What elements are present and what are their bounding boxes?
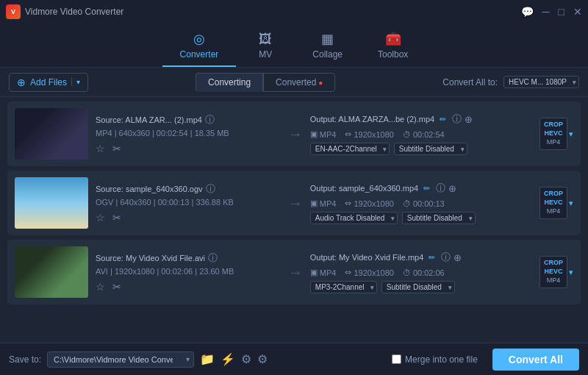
subtitle-select-wrap-3[interactable]: Subtitle Disabled ▾	[381, 281, 455, 293]
audio-track-select-wrap-1[interactable]: EN-AAC-2Channel ▾	[310, 143, 390, 155]
chat-icon[interactable]: 💬	[521, 6, 534, 18]
audio-track-select-3[interactable]: MP3-2Channel	[310, 281, 377, 293]
format-badge-wrap-3: CROP HEVC MP4 ▾	[539, 256, 573, 288]
config-icon[interactable]: ⚙	[257, 352, 268, 366]
merge-wrap: Merge into one file	[392, 354, 478, 365]
tab-toolbox-label: Toolbox	[378, 49, 408, 60]
file-info-1: Source: ALMA ZAR... (2).mp4 ⓘ MP4 | 640x…	[96, 113, 281, 154]
cut-icon-1[interactable]: ✂	[112, 143, 121, 154]
converted-tab[interactable]: Converted ●	[263, 73, 335, 92]
merge-checkbox[interactable]	[392, 354, 401, 364]
toolbar: ⊕ Add Files ▾ Converting Converted ● Con…	[0, 68, 588, 97]
tab-toolbox[interactable]: 🧰 Toolbox	[360, 25, 426, 67]
add-files-label: Add Files	[30, 77, 67, 88]
subtitle-select-1[interactable]: Subtitle Disabled	[394, 143, 467, 155]
format-badge-wrap-1: CROP HEVC MP4 ▾	[539, 118, 573, 149]
convert-all-format-wrap[interactable]: HEVC M... 1080P ▾	[503, 76, 579, 88]
star-icon-2[interactable]: ☆	[96, 212, 105, 224]
output-info-3: Output: My Video Xvid File.mp4 ✏ ⓘ ⊕ ▣ M…	[310, 251, 532, 293]
app-title: Vidmore Video Converter	[25, 7, 123, 17]
source-label-3: Source: My Video Xvid File.avi ⓘ	[96, 251, 281, 265]
converted-tab-label: Converted	[276, 77, 316, 88]
title-bar-controls: 💬 ─ □ ✕	[521, 6, 582, 18]
tab-mv-label: MV	[259, 49, 272, 60]
app-logo: V	[6, 4, 21, 19]
converted-dot: ●	[316, 79, 323, 87]
tab-nav: ◎ Converter 🖼 MV ▦ Collage 🧰 Toolbox	[0, 24, 588, 68]
tab-collage-label: Collage	[312, 49, 343, 60]
file-actions-3: ☆ ✂	[96, 281, 281, 293]
file-meta-1: MP4 | 640x360 | 00:02:54 | 18.35 MB	[96, 129, 281, 138]
bottom-icons: 📁 ⚡ ⚙ ⚙	[200, 352, 268, 366]
info-icon-2[interactable]: ⓘ	[206, 182, 215, 196]
output-meta-3: ▣ MP4 ⇔ 1920x1080 ⏱ 00:02:06	[310, 268, 532, 277]
toolbox-icon: 🧰	[385, 31, 401, 47]
converting-tab[interactable]: Converting	[196, 73, 263, 92]
arrow-icon-1: →	[288, 126, 303, 143]
file-actions-2: ☆ ✂	[96, 212, 281, 224]
close-icon[interactable]: ✕	[573, 6, 582, 18]
main-content: Source: ALMA ZAR... (2).mp4 ⓘ MP4 | 640x…	[0, 97, 588, 343]
subtitle-select-2[interactable]: Subtitle Disabled	[402, 212, 476, 224]
settings-icon[interactable]: ⚡	[220, 352, 235, 366]
converting-tabs: Converting Converted ●	[196, 73, 335, 92]
tab-collage[interactable]: ▦ Collage	[295, 25, 360, 67]
audio-track-select-2[interactable]: Audio Track Disabled	[310, 212, 398, 224]
audio-track-select-wrap-3[interactable]: MP3-2Channel ▾	[310, 281, 377, 293]
out-info-icon-2[interactable]: ⓘ	[436, 182, 445, 195]
thumbnail-1	[15, 108, 88, 160]
star-icon-1[interactable]: ☆	[96, 143, 105, 154]
edit-icon-1[interactable]: ✏	[440, 115, 446, 124]
format-dropdown-arrow-1[interactable]: ▾	[569, 129, 573, 139]
thumbnail-2	[15, 177, 88, 229]
plus-icon: ⊕	[17, 76, 26, 88]
arrow-icon-2: →	[288, 195, 303, 212]
output-selects-3: MP3-2Channel ▾ Subtitle Disabled ▾	[310, 281, 532, 293]
add-files-button[interactable]: ⊕ Add Files ▾	[9, 73, 88, 92]
info-icon-1[interactable]: ⓘ	[205, 113, 215, 126]
maximize-icon[interactable]: □	[559, 6, 564, 18]
out-add-icon-3[interactable]: ⊕	[453, 252, 462, 263]
add-files-arrow-icon[interactable]: ▾	[71, 78, 80, 86]
convert-all-format-select[interactable]: HEVC M... 1080P	[503, 76, 579, 88]
out-add-icon-2[interactable]: ⊕	[448, 183, 456, 194]
table-row: Source: sample_640x360.ogv ⓘ OGV | 640x3…	[7, 171, 581, 235]
format-dropdown-arrow-2[interactable]: ▾	[569, 199, 573, 208]
thumbnail-3	[15, 246, 88, 298]
convert-all-button[interactable]: Convert All	[492, 349, 579, 371]
out-info-icon-3[interactable]: ⓘ	[441, 251, 451, 264]
format-badge-wrap-2: CROP HEVC MP4 ▾	[539, 187, 573, 218]
audio-track-select-1[interactable]: EN-AAC-2Channel	[310, 143, 390, 155]
format-badge-3[interactable]: CROP HEVC MP4	[539, 256, 567, 288]
format-dropdown-arrow-3[interactable]: ▾	[569, 268, 573, 277]
output-selects-2: Audio Track Disabled ▾ Subtitle Disabled…	[310, 212, 532, 224]
edit-icon-2[interactable]: ✏	[423, 184, 430, 193]
subtitle-select-wrap-1[interactable]: Subtitle Disabled ▾	[394, 143, 467, 155]
save-path-wrap[interactable]: ▾	[47, 351, 194, 368]
mv-icon: 🖼	[259, 32, 272, 47]
out-add-icon-1[interactable]: ⊕	[465, 114, 473, 125]
tab-mv[interactable]: 🖼 MV	[236, 26, 295, 67]
minimize-icon[interactable]: ─	[542, 6, 550, 18]
out-info-icon-1[interactable]: ⓘ	[452, 113, 462, 126]
merge-label: Merge into one file	[405, 354, 478, 365]
format-badge-2[interactable]: CROP HEVC MP4	[539, 187, 567, 218]
edit-icon-3[interactable]: ✏	[429, 253, 435, 262]
folder-icon[interactable]: 📁	[200, 352, 215, 366]
star-icon-3[interactable]: ☆	[96, 281, 105, 293]
subtitle-select-3[interactable]: Subtitle Disabled	[381, 281, 455, 293]
tab-converter[interactable]: ◎ Converter	[162, 25, 237, 67]
arrow-icon-3: →	[288, 264, 303, 281]
file-info-3: Source: My Video Xvid File.avi ⓘ AVI | 1…	[96, 251, 281, 293]
gear-icon[interactable]: ⚙	[241, 352, 251, 366]
cut-icon-2[interactable]: ✂	[112, 212, 121, 224]
info-icon-3[interactable]: ⓘ	[208, 251, 218, 265]
file-meta-2: OGV | 640x360 | 00:00:13 | 336.88 KB	[96, 198, 281, 207]
audio-track-select-wrap-2[interactable]: Audio Track Disabled ▾	[310, 212, 398, 224]
subtitle-select-wrap-2[interactable]: Subtitle Disabled ▾	[402, 212, 476, 224]
format-badge-1[interactable]: CROP HEVC MP4	[539, 118, 567, 149]
save-path-input[interactable]	[47, 351, 194, 368]
cut-icon-3[interactable]: ✂	[112, 281, 121, 293]
source-label-2: Source: sample_640x360.ogv ⓘ	[96, 182, 281, 196]
converting-tab-label: Converting	[208, 77, 251, 88]
